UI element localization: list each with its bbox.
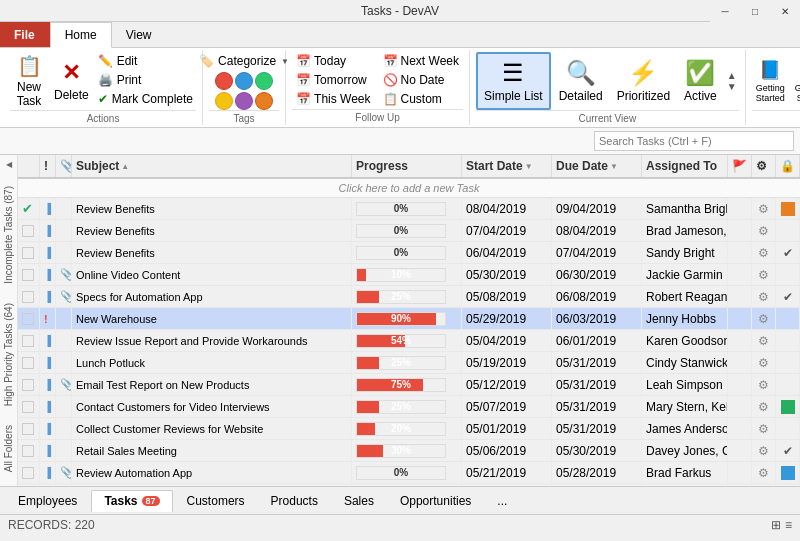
row-check[interactable] (18, 220, 40, 241)
table-row[interactable]: !New Warehouse90%05/29/201906/03/2019Jen… (18, 308, 800, 330)
row-gear[interactable]: ⚙ (752, 286, 776, 307)
col-flag[interactable]: 🚩 (728, 155, 752, 177)
row-gear[interactable]: ⚙ (752, 374, 776, 395)
tag-orange[interactable] (255, 92, 273, 110)
grid-view-icon[interactable]: ⊞ (771, 518, 781, 532)
row-check[interactable] (18, 440, 40, 461)
minimize-button[interactable]: ─ (710, 0, 740, 22)
table-row[interactable]: ▐Get New Frequent Flier Account10%05/03/… (18, 484, 800, 486)
this-week-button[interactable]: 📅 This Week (292, 90, 374, 108)
window-controls[interactable]: ─ □ ✕ (710, 0, 800, 22)
col-lock[interactable]: 🔒 (776, 155, 800, 177)
simple-list-view-button[interactable]: ☰ Simple List (476, 52, 551, 110)
row-flag[interactable] (728, 352, 752, 373)
checkbox-empty[interactable] (22, 357, 34, 369)
checkbox-empty[interactable] (22, 335, 34, 347)
no-date-button[interactable]: 🚫 No Date (379, 71, 463, 89)
col-attach[interactable]: 📎 (56, 155, 72, 177)
tag-yellow[interactable] (215, 92, 233, 110)
row-check[interactable] (18, 462, 40, 483)
row-flag[interactable] (728, 286, 752, 307)
table-row[interactable]: ✔▐Review Benefits0%08/04/201909/04/2019S… (18, 198, 800, 220)
checkbox-empty[interactable] (22, 401, 34, 413)
row-gear[interactable]: ⚙ (752, 308, 776, 329)
checkbox-empty[interactable] (22, 423, 34, 435)
gear-icon[interactable]: ⚙ (758, 444, 769, 458)
row-gear[interactable]: ⚙ (752, 220, 776, 241)
table-row[interactable]: ▐Retail Sales Meeting30%05/06/201905/30/… (18, 440, 800, 462)
tab-more[interactable]: ... (485, 491, 519, 511)
gear-icon[interactable]: ⚙ (758, 268, 769, 282)
row-check[interactable] (18, 308, 40, 329)
row-flag[interactable] (728, 242, 752, 263)
row-flag[interactable] (728, 264, 752, 285)
row-gear[interactable]: ⚙ (752, 242, 776, 263)
row-check[interactable] (18, 418, 40, 439)
table-row[interactable]: ▐📎Review Automation App0%05/21/201905/28… (18, 462, 800, 484)
row-check[interactable] (18, 330, 40, 351)
row-flag[interactable] (728, 418, 752, 439)
tab-file[interactable]: File (0, 22, 50, 47)
table-row[interactable]: ▐Collect Customer Reviews for Website20%… (18, 418, 800, 440)
table-row[interactable]: ▐Lunch Potluck25%05/19/201905/31/2019Cin… (18, 352, 800, 374)
checkbox-empty[interactable] (22, 467, 34, 479)
gear-icon[interactable]: ⚙ (758, 246, 769, 260)
delete-button[interactable]: ✕ Delete (50, 52, 93, 110)
tab-home[interactable]: Home (50, 22, 112, 48)
row-flag[interactable] (728, 220, 752, 241)
row-gear[interactable]: ⚙ (752, 484, 776, 486)
table-row[interactable]: ▐📎Email Test Report on New Products75%05… (18, 374, 800, 396)
tag-green[interactable] (255, 72, 273, 90)
row-flag[interactable] (728, 308, 752, 329)
incomplete-tasks-label[interactable]: Incomplete Tasks (87) (1, 182, 16, 288)
edit-button[interactable]: ✏️ Edit (95, 52, 196, 70)
checkbox-empty[interactable] (22, 445, 34, 457)
tab-customers[interactable]: Customers (175, 491, 257, 511)
tag-blue[interactable] (235, 72, 253, 90)
row-check[interactable] (18, 264, 40, 285)
tab-tasks[interactable]: Tasks 87 (91, 490, 172, 512)
gear-icon[interactable]: ⚙ (758, 466, 769, 480)
gear-icon[interactable]: ⚙ (758, 224, 769, 238)
tab-products[interactable]: Products (259, 491, 330, 511)
custom-button[interactable]: 📋 Custom (379, 90, 463, 108)
gear-icon[interactable]: ⚙ (758, 378, 769, 392)
row-gear[interactable]: ⚙ (752, 418, 776, 439)
tab-view[interactable]: View (112, 22, 167, 47)
row-check[interactable]: ✔ (18, 198, 40, 219)
col-subject[interactable]: Subject ▲ (72, 155, 352, 177)
print-button[interactable]: 🖨️ Print (95, 71, 196, 89)
col-start[interactable]: Start Date ▼ (462, 155, 552, 177)
gear-icon[interactable]: ⚙ (758, 290, 769, 304)
panel-arrow[interactable]: ◀ (0, 155, 18, 173)
row-flag[interactable] (728, 440, 752, 461)
categorize-button[interactable]: 🏷️ Categorize ▼ (209, 52, 279, 70)
table-row[interactable]: ▐Contact Customers for Video Interviews2… (18, 396, 800, 418)
checkbox-empty[interactable] (22, 379, 34, 391)
row-check[interactable] (18, 286, 40, 307)
gear-icon[interactable]: ⚙ (758, 400, 769, 414)
table-row[interactable]: ▐Review Issue Report and Provide Workaro… (18, 330, 800, 352)
tab-opportunities[interactable]: Opportunities (388, 491, 483, 511)
row-gear[interactable]: ⚙ (752, 264, 776, 285)
view-more-button[interactable]: ▲ ▼ (725, 66, 739, 96)
col-assigned[interactable]: Assigned To (642, 155, 728, 177)
tomorrow-button[interactable]: 📅 Tomorrow (292, 71, 374, 89)
tag-purple[interactable] (235, 92, 253, 110)
row-gear[interactable]: ⚙ (752, 198, 776, 219)
search-input[interactable] (594, 131, 794, 151)
get-free-support-button[interactable]: 🌐 Get FreeSupport (791, 52, 800, 110)
row-check[interactable] (18, 242, 40, 263)
tab-employees[interactable]: Employees (6, 491, 89, 511)
high-priority-label[interactable]: High Priority Tasks (64) (1, 299, 16, 410)
today-button[interactable]: 📅 Today (292, 52, 374, 70)
next-week-button[interactable]: 📅 Next Week (379, 52, 463, 70)
tag-red[interactable] (215, 72, 233, 90)
row-check[interactable] (18, 374, 40, 395)
maximize-button[interactable]: □ (740, 0, 770, 22)
col-gear[interactable]: ⚙ (752, 155, 776, 177)
row-flag[interactable] (728, 484, 752, 486)
col-due[interactable]: Due Date ▼ (552, 155, 642, 177)
prioritized-view-button[interactable]: ⚡ Prioritized (611, 52, 676, 110)
col-priority[interactable]: ! (40, 155, 56, 177)
